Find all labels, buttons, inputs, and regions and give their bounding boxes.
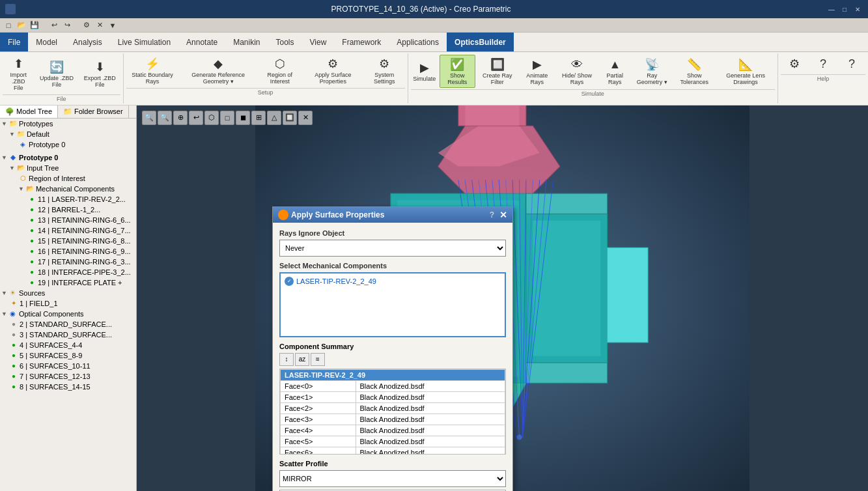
tree-surfaces-14[interactable]: ● 8 | SURFACES_14-15 [0,382,136,392]
menu-model[interactable]: Model [28,33,65,51]
tree-surfaces-12[interactable]: ● 7 | SURFACES_12-13 [0,371,136,382]
close-button[interactable]: ✕ [852,4,863,14]
menu-tools[interactable]: Tools [268,33,302,51]
tree-item-16[interactable]: ● 16 | RETAINING-RING-6_9... [0,246,136,257]
tree-std-surface-2[interactable]: ● 2 | STANDARD_SURFACE... [0,319,136,330]
svg-rect-11 [526,363,608,383]
std3-label: 3 | STANDARD_SURFACE... [20,331,112,339]
dialog-close-button[interactable]: ✕ [499,210,507,220]
rays-ignore-dropdown[interactable]: Never Always By Filter [279,240,506,257]
menu-opticsbuilder[interactable]: OpticsBuilder [447,33,514,51]
export-zbd-button[interactable]: ⬇ Export .ZBD File [79,58,120,90]
tree-field1[interactable]: ✦ 1 | FIELD_1 [0,298,136,309]
tree-std-surface-3[interactable]: ● 3 | STANDARD_SURFACE... [0,330,136,340]
table-row: Face<0> Black Anodized.bsdf [281,380,505,391]
tree-default[interactable]: ▼ 📁 Default [0,129,136,139]
system-settings-button[interactable]: ⚙ System Settings [364,55,405,87]
qa-open[interactable]: 📂 [16,20,27,31]
help-button1[interactable]: ? [809,55,837,73]
tree-sources[interactable]: ▼ ☀ Sources [0,288,136,298]
tree-prototype0-main[interactable]: ▼ ◈ Prototype 0 [0,152,136,163]
menu-applications[interactable]: Applications [389,33,447,51]
gen-ref-geometry-button[interactable]: ◆ Generate Reference Geometry ▾ [180,55,257,87]
tree-item-15[interactable]: ● 15 | RETAINING-RING-6_8... [0,236,136,246]
show-tolerances-button[interactable]: 📏 Show Tolerances [673,55,715,87]
show-results-button[interactable]: ✅ Show Results [440,55,475,88]
tree-region-interest[interactable]: ⬡ Region of Interest [0,173,136,184]
menu-live-simulation[interactable]: Live Simulation [110,33,178,51]
settings-help-button[interactable]: ⚙ [781,55,808,73]
tree-surfaces-8[interactable]: ● 5 | SURFACES_8-9 [0,350,136,361]
summary-az-btn[interactable]: az [295,353,309,366]
tree-input-tree[interactable]: ▼ 📂 Input Tree [0,163,136,173]
tree-item-17[interactable]: ● 17 | RETAINING-RING-6_3... [0,257,136,267]
ray-geometry-button[interactable]: 📡 Ray Geometry ▾ [632,55,672,87]
menu-view[interactable]: View [302,33,335,51]
body: 🌳 Model Tree 📁 Folder Browser ▼ 📁 Protot… [0,105,868,491]
vp-shaded[interactable]: ◼ [236,111,250,125]
menu-framework[interactable]: Framework [334,33,389,51]
vp-grid[interactable]: ⊞ [251,111,266,125]
tab-folder-browser[interactable]: 📁 Folder Browser [58,105,129,118]
dialog-help-button[interactable]: ? [490,210,494,219]
vp-zoom-out[interactable]: 🔍 [158,111,172,125]
hide-show-rays-button[interactable]: 👁 Hide/ Show Rays [556,55,598,87]
menu-file[interactable]: File [0,33,28,51]
vp-zoom-in[interactable]: 🔍 [142,111,156,125]
qa-settings[interactable]: ⚙ [81,20,92,31]
apply-surface-props-button[interactable]: ⚙ Apply Surface Properties [303,55,363,87]
vp-solid[interactable]: □ [220,111,234,125]
face1-cell: Face<1> [281,391,356,402]
menu-analysis[interactable]: Analysis [65,33,110,51]
tree-item-18[interactable]: ● 18 | INTERFACE-PIPE-3_2... [0,267,136,277]
tree-item-19[interactable]: ● 19 | INTERFACE PLATE + [0,277,136,288]
vp-select[interactable]: 🔲 [283,111,297,125]
tree-surfaces-4[interactable]: ● 4 | SURFACES_4-4 [0,340,136,350]
tree-surfaces-10[interactable]: ● 6 | SURFACES_10-11 [0,361,136,371]
import-zbd-button[interactable]: ⬆ Import .ZBD File [3,55,34,93]
minimize-button[interactable]: — [826,4,837,14]
qa-dropdown[interactable]: ▼ [107,20,119,31]
gen-lens-drawings-button[interactable]: 📐 Generate Lens Drawings [716,55,775,87]
qa-new[interactable]: □ [3,20,14,31]
animate-rays-button[interactable]: ▶ Animate Rays [520,55,555,87]
region-of-interest-button[interactable]: ⬡ Region of Interest [258,55,302,87]
tree-mech-components[interactable]: ▼ 📂 Mechanical Components [0,184,136,194]
help-button2[interactable]: ? [838,55,865,73]
item18-icon: ● [27,268,36,277]
vp-close-view[interactable]: ✕ [298,111,313,125]
vp-reset[interactable]: ↩ [189,111,203,125]
menu-annotate[interactable]: Annotate [178,33,225,51]
vp-triangle[interactable]: △ [267,111,281,125]
qa-redo[interactable]: ↪ [61,20,73,31]
qa-undo[interactable]: ↩ [48,20,60,31]
tree-prototypes[interactable]: ▼ 📁 Prototypes [0,119,136,129]
item15-label: 15 | RETAINING-RING-6_8... [38,237,131,245]
summary-sort-btn[interactable]: ↕ [279,353,294,366]
qa-close[interactable]: ✕ [94,20,105,31]
tree-item-11[interactable]: ● 11 | LASER-TIP-REV-2_2... [0,194,136,204]
laser-tip-component-item[interactable]: ✓ LASER-TIP-REV-2_2_49 [283,276,502,287]
update-zbd-button[interactable]: 🔄 Update .ZBD File [35,58,77,90]
boundary-rays-button[interactable]: ⚡ Static Boundary Rays [126,55,179,87]
qa-save[interactable]: 💾 [29,20,40,31]
title-icons [5,4,16,14]
ray-filter-button[interactable]: 🔲 Create Ray Filter [477,55,518,87]
window-controls[interactable]: — □ ✕ [826,4,863,14]
vp-wireframe[interactable]: ⬡ [204,111,219,125]
tree-optical-components[interactable]: ▼ ◉ Optical Components [0,309,136,319]
vp-fit[interactable]: ⊕ [173,111,188,125]
tree-item-12[interactable]: ● 12 | BARREL-1_2... [0,204,136,215]
summary-list-btn[interactable]: ≡ [311,353,325,366]
scatter-profile-dropdown[interactable]: MIRROR Lambertian Black Anodized None [279,470,506,487]
simulate-button[interactable]: ▶ Simulate [411,59,438,84]
tree-prototype0-nested[interactable]: ◈ Prototype 0 [0,139,136,150]
maximize-button[interactable]: □ [839,4,850,14]
partial-rays-button[interactable]: ▲ Partial Rays [599,55,630,87]
summary-scrollable[interactable]: LASER-TIP-REV-2_2_49 Face<0> Black Anodi… [280,369,505,454]
components-list[interactable]: ✓ LASER-TIP-REV-2_2_49 [279,272,506,337]
tree-item-14[interactable]: ● 14 | RETAINING-RING-6_7... [0,225,136,236]
tree-item-13[interactable]: ● 13 | RETAINING-RING-6_6... [0,215,136,225]
menu-manikin[interactable]: Manikin [225,33,268,51]
tab-model-tree[interactable]: 🌳 Model Tree [0,105,58,118]
